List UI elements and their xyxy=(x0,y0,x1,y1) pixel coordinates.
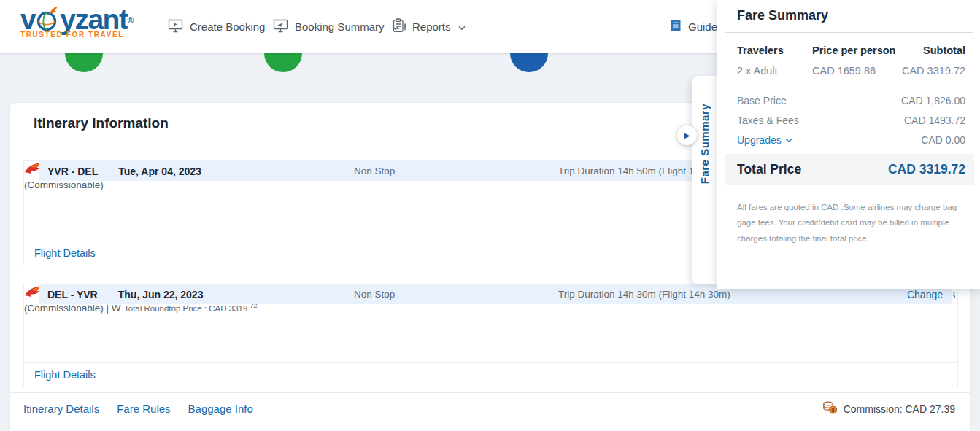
fare-summary-tab[interactable]: Fare Summary xyxy=(692,76,718,284)
fare-summary-tab-label: Fare Summary xyxy=(698,104,711,184)
play-icon: ▶ xyxy=(684,132,690,139)
segment-route: DEL - YVR xyxy=(47,289,98,300)
upgrades-value: CAD 0.00 xyxy=(921,134,965,146)
commission-amount: $ Commission: CAD 27.39 xyxy=(822,401,955,416)
total-roundtrip-price: Total Roundtrip Price : CAD 3319.72 xyxy=(124,304,258,313)
upgrades-link[interactable]: Upgrades xyxy=(737,134,792,146)
fare-disclaimer: All fares are quoted in CAD .Some airlin… xyxy=(737,200,965,246)
nav-booking-summary[interactable]: Booking Summary xyxy=(273,0,399,53)
travelers-value: 2 x Adult xyxy=(737,65,778,77)
fare-summary-title: Fare Summary xyxy=(737,8,828,23)
segment-date: Thu, Jun 22, 2023 xyxy=(118,289,204,300)
col-subtotal: Subtotal xyxy=(923,44,965,56)
segment-date: Tue, Apr 04, 2023 xyxy=(118,166,201,177)
chevron-down-icon xyxy=(458,20,466,33)
divider xyxy=(725,32,973,33)
nav-reports[interactable]: Reports xyxy=(393,0,466,53)
clipboard-icon xyxy=(393,18,406,35)
itinerary-details-link[interactable]: Itinerary Details xyxy=(23,403,99,415)
segment-stops: Non Stop xyxy=(354,289,395,300)
globe-plane-icon xyxy=(34,5,61,36)
segment-duration: Trip Duration 14h 30m (Flight 14h 30m) xyxy=(558,289,730,300)
logo-text-left: v xyxy=(20,5,35,34)
commission-text: Commission: CAD 27.39 xyxy=(844,403,955,415)
nav-label: Booking Summary xyxy=(295,20,385,33)
fare-summary-panel: Fare Summary Travelers Price per person … xyxy=(717,0,980,289)
roundtrip-price-main: Total Roundtrip Price : CAD 3319. xyxy=(124,304,250,313)
total-price-label: Total Price xyxy=(737,162,801,177)
flight-segment-return: DEL - YVR Thu, Jun 22, 2023 Non Stop Tri… xyxy=(23,284,958,387)
nav-label: Guide xyxy=(688,20,717,33)
total-price-row: Total Price CAD 3319.72 xyxy=(725,154,974,185)
taxes-fees-label: Taxes & Fees xyxy=(737,114,799,126)
footer-divider xyxy=(10,392,970,393)
flight-details-link[interactable]: Flight Details xyxy=(34,247,96,259)
divider xyxy=(725,85,973,85)
segment-route: YVR - DEL xyxy=(47,166,98,177)
flight-details-row: Flight Details xyxy=(24,362,957,387)
subtotal-value: CAD 3319.72 xyxy=(902,65,965,77)
guide-book-icon xyxy=(670,19,682,34)
taxes-fees-value: CAD 1493.72 xyxy=(904,114,965,126)
registered-mark: ® xyxy=(127,15,134,26)
chevron-down-icon xyxy=(785,138,792,143)
total-price-value: CAD 3319.72 xyxy=(888,162,965,177)
fare-rules-link[interactable]: Fare Rules xyxy=(117,403,170,415)
page-title: Itinerary Information xyxy=(34,115,169,131)
fare-summary-collapse-button[interactable]: ▶ xyxy=(677,125,697,145)
voyzant-logo[interactable]: v yzant ® TRUSTED FOR TRAVEL xyxy=(20,4,136,39)
upgrades-label: Upgrades xyxy=(737,134,782,146)
itinerary-footer-links: Itinerary Details Fare Rules Baggage Inf… xyxy=(23,403,253,415)
monitor-plane-icon xyxy=(273,19,288,35)
col-price-per-person: Price per person xyxy=(812,44,895,56)
nav-label: Create Booking xyxy=(190,20,265,33)
col-travelers: Travelers xyxy=(737,44,784,56)
logo-text-right: yzant xyxy=(60,5,127,34)
change-flight-link[interactable]: Change xyxy=(907,289,943,300)
baggage-info-link[interactable]: Baggage Info xyxy=(188,403,253,415)
base-price-label: Base Price xyxy=(737,95,787,106)
segment-stops: Non Stop xyxy=(354,166,395,176)
monitor-cursor-icon xyxy=(168,19,183,35)
nav-label: Reports xyxy=(412,20,451,33)
base-price-value: CAD 1,826.00 xyxy=(901,95,965,106)
price-per-person-value: CAD 1659.86 xyxy=(812,65,876,77)
coins-icon: $ xyxy=(822,401,838,416)
flight-details-link[interactable]: Flight Details xyxy=(34,369,96,381)
nav-guide[interactable]: Guide xyxy=(670,0,717,53)
nav-create-booking[interactable]: Create Booking xyxy=(168,0,265,53)
